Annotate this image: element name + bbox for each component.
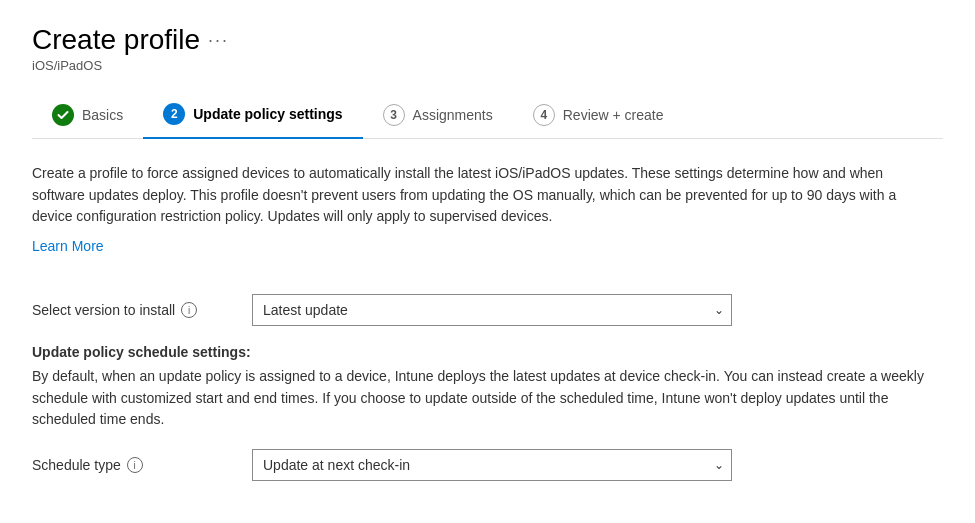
version-row: Select version to install i Latest updat… — [32, 294, 943, 326]
wizard-steps: Basics 2 Update policy settings 3 Assign… — [32, 93, 943, 139]
step-review-create-label: Review + create — [563, 107, 664, 123]
version-label: Select version to install i — [32, 302, 252, 318]
page-title-ellipsis[interactable]: ··· — [208, 30, 229, 51]
checkmark-icon — [57, 109, 69, 121]
step-update-policy[interactable]: 2 Update policy settings — [143, 93, 362, 139]
learn-more-link[interactable]: Learn More — [32, 238, 104, 254]
page-header: Create profile ··· iOS/iPadOS — [32, 24, 943, 73]
step-review-create-circle: 4 — [533, 104, 555, 126]
step-basics-label: Basics — [82, 107, 123, 123]
version-select[interactable]: Latest update iOS 17 iOS 16 iOS 15 — [252, 294, 732, 326]
step-update-policy-circle: 2 — [163, 103, 185, 125]
step-basics-circle — [52, 104, 74, 126]
schedule-heading: Update policy schedule settings: — [32, 344, 943, 360]
form-section: Select version to install i Latest updat… — [32, 294, 943, 481]
schedule-type-info-icon[interactable]: i — [127, 457, 143, 473]
step-assignments[interactable]: 3 Assignments — [363, 94, 513, 138]
step-basics[interactable]: Basics — [32, 94, 143, 138]
step-assignments-circle: 3 — [383, 104, 405, 126]
schedule-type-select-wrapper: Update at next check-in Update during sc… — [252, 449, 732, 481]
step-review-create[interactable]: 4 Review + create — [513, 94, 684, 138]
step-update-policy-label: Update policy settings — [193, 106, 342, 122]
version-info-icon[interactable]: i — [181, 302, 197, 318]
description-text: Create a profile to force assigned devic… — [32, 163, 932, 228]
step-assignments-label: Assignments — [413, 107, 493, 123]
version-select-wrapper: Latest update iOS 17 iOS 16 iOS 15 ⌄ — [252, 294, 732, 326]
page-subtitle: iOS/iPadOS — [32, 58, 943, 73]
schedule-type-label: Schedule type i — [32, 457, 252, 473]
page-title: Create profile — [32, 24, 200, 56]
schedule-description: By default, when an update policy is ass… — [32, 366, 932, 431]
schedule-type-row: Schedule type i Update at next check-in … — [32, 449, 943, 481]
schedule-type-select[interactable]: Update at next check-in Update during sc… — [252, 449, 732, 481]
